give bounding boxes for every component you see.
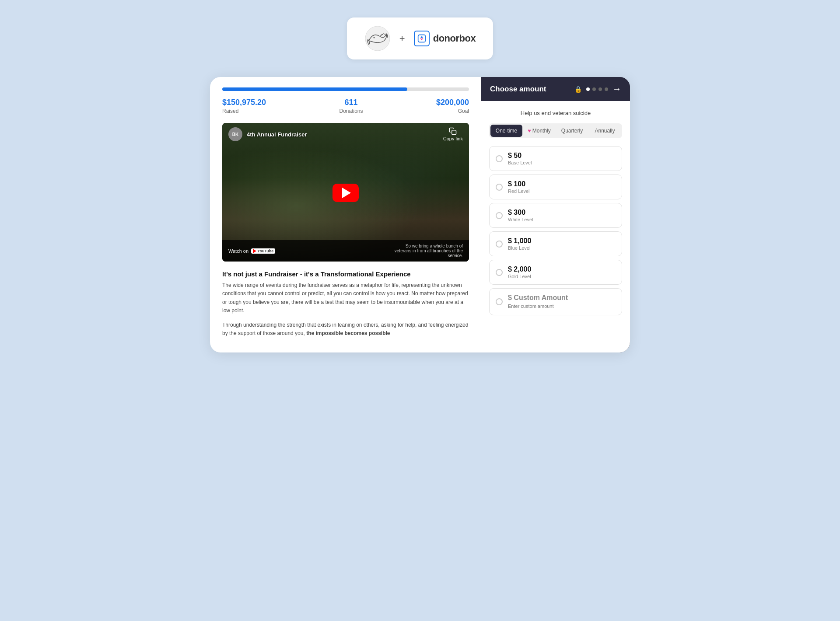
youtube-logo-icon: YouTube	[251, 248, 275, 254]
plus-separator: +	[399, 33, 405, 44]
donorbox-label: donorbox	[433, 33, 476, 44]
youtube-play-icon	[253, 249, 256, 253]
dot-2	[592, 87, 596, 91]
video-title: 4th Annual Fundraiser	[247, 131, 307, 138]
dollar-prefix: $	[508, 294, 512, 301]
raised-stat: $150,975.20 Raised	[222, 98, 266, 114]
dot-1	[586, 87, 590, 91]
video-caption: So we bring a whole bunch of veterans in…	[393, 244, 463, 258]
radio-1000	[496, 241, 503, 248]
radio-custom	[496, 298, 503, 305]
play-button[interactable]	[332, 184, 359, 202]
amount-value-300: $ 300	[508, 209, 616, 216]
custom-amount-label: Custom Amount	[514, 294, 568, 301]
custom-amount-input[interactable]	[508, 304, 616, 309]
video-bottom-bar: Watch on YouTube So we bring a whole bun…	[222, 240, 469, 262]
dot-3	[598, 87, 602, 91]
donation-subtitle: Help us end veteran suicide	[489, 110, 622, 116]
text-content: It's not just a Fundraiser - it's a Tran…	[210, 270, 481, 352]
amount-value-50: $ 50	[508, 152, 616, 160]
choose-amount-title: Choose amount	[490, 85, 546, 94]
left-panel: $150,975.20 Raised 611 Donations $200,00…	[210, 77, 481, 352]
step-dots	[586, 87, 608, 91]
video-play-area[interactable]	[222, 146, 469, 240]
fundraiser-description: The wide range of events during the fund…	[222, 281, 469, 315]
progress-section: $150,975.20 Raised 611 Donations $200,00…	[210, 77, 481, 114]
youtube-text: YouTube	[257, 249, 273, 253]
amount-info-1000: $ 1,000 Blue Level	[508, 237, 616, 251]
donorbox-icon	[414, 31, 430, 46]
amount-option-300[interactable]: $ 300 White Level	[489, 203, 622, 228]
custom-amount-prefix: $ Custom Amount	[508, 294, 616, 302]
video-overlay: BK 4th Annual Fundraiser Copy link	[222, 123, 469, 262]
main-card: $150,975.20 Raised 611 Donations $200,00…	[210, 77, 630, 352]
amount-value-100: $ 100	[508, 180, 616, 188]
svg-rect-2	[418, 35, 425, 42]
tab-one-time[interactable]: One-time	[490, 125, 522, 137]
next-arrow-button[interactable]: →	[612, 84, 621, 94]
tab-annually[interactable]: Annually	[589, 125, 621, 137]
fundraiser-title: It's not just a Fundraiser - it's a Tran…	[222, 270, 469, 278]
amount-info-50: $ 50 Base Level	[508, 152, 616, 165]
amount-info-custom: $ Custom Amount	[508, 294, 616, 310]
radio-50	[496, 155, 503, 162]
progress-bar-track	[222, 87, 469, 91]
goal-stat: $200,000 Goal	[436, 98, 469, 114]
svg-rect-3	[452, 130, 456, 135]
donations-stat: 611 Donations	[339, 98, 363, 114]
video-top-bar: BK 4th Annual Fundraiser Copy link	[222, 123, 469, 146]
amount-info-100: $ 100 Red Level	[508, 180, 616, 194]
donorbox-logo: donorbox	[414, 31, 476, 46]
frequency-tabs: One-time Monthly Quarterly Annually	[489, 123, 622, 138]
header-right: 🔒 →	[574, 84, 621, 94]
fundraiser-description-2: Through understanding the strength that …	[222, 321, 469, 338]
donations-value: 611	[339, 98, 363, 107]
amount-value-2000: $ 2,000	[508, 265, 616, 273]
stats-row: $150,975.20 Raised 611 Donations $200,00…	[222, 98, 469, 114]
radio-2000	[496, 269, 503, 276]
tab-quarterly[interactable]: Quarterly	[556, 125, 588, 137]
right-panel: Choose amount 🔒 → Help us end veteran su…	[481, 77, 630, 352]
video-container[interactable]: BK 4th Annual Fundraiser Copy link	[222, 123, 469, 262]
bold-text: the impossible becomes possible	[306, 330, 390, 336]
progress-bar-fill	[222, 87, 407, 91]
watch-on-youtube: Watch on YouTube	[228, 248, 275, 254]
logo-bar: + donorbox	[347, 17, 493, 59]
amount-value-1000: $ 1,000	[508, 237, 616, 245]
goal-value: $200,000	[436, 98, 469, 107]
amount-label-100: Red Level	[508, 188, 616, 194]
raised-label: Raised	[222, 108, 266, 114]
amount-options: $ 50 Base Level $ 100 Red Level $ 300	[489, 146, 622, 315]
amount-info-2000: $ 2,000 Gold Level	[508, 265, 616, 279]
goal-label: Goal	[436, 108, 469, 114]
donations-label: Donations	[339, 108, 363, 114]
amount-option-custom[interactable]: $ Custom Amount	[489, 288, 622, 315]
amount-option-50[interactable]: $ 50 Base Level	[489, 146, 622, 171]
svg-point-1	[373, 37, 374, 38]
raised-value: $150,975.20	[222, 98, 266, 107]
choose-amount-header: Choose amount 🔒 →	[481, 77, 630, 101]
amount-option-1000[interactable]: $ 1,000 Blue Level	[489, 231, 622, 256]
amount-option-100[interactable]: $ 100 Red Level	[489, 174, 622, 199]
tab-monthly[interactable]: Monthly	[523, 125, 555, 137]
watch-label: Watch on	[228, 248, 248, 254]
radio-300	[496, 212, 503, 219]
amount-info-300: $ 300 White Level	[508, 209, 616, 222]
amount-label-2000: Gold Level	[508, 274, 616, 279]
amount-option-2000[interactable]: $ 2,000 Gold Level	[489, 260, 622, 285]
channel-icon: BK	[228, 127, 242, 141]
amount-label-50: Base Level	[508, 160, 616, 165]
dot-4	[605, 87, 608, 91]
copy-link-button[interactable]: Copy link	[443, 127, 463, 141]
amount-label-300: White Level	[508, 217, 616, 222]
donation-body: Help us end veteran suicide One-time Mon…	[481, 101, 630, 352]
copy-icon	[449, 127, 457, 135]
org-logo-icon	[364, 25, 391, 52]
lock-icon: 🔒	[574, 86, 582, 93]
copy-link-label: Copy link	[443, 136, 463, 141]
radio-100	[496, 184, 503, 191]
play-triangle-icon	[342, 188, 351, 198]
amount-label-1000: Blue Level	[508, 245, 616, 251]
